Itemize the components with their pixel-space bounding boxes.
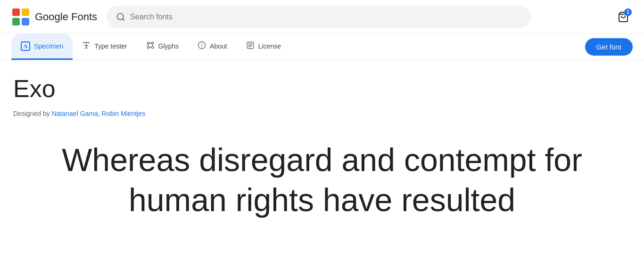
- designer-1-link[interactable]: Natanael Gama: [52, 110, 98, 117]
- glyphs-tab-label: Glyphs: [158, 42, 179, 50]
- header-right: 1: [614, 8, 633, 26]
- tab-license[interactable]: License: [237, 34, 290, 60]
- svg-rect-0: [12, 8, 20, 16]
- svg-rect-1: [22, 8, 29, 16]
- search-bar: [107, 6, 531, 28]
- font-preview: Whereas disregard and contempt for human…: [13, 140, 631, 220]
- cart-button[interactable]: 1: [614, 8, 633, 26]
- tab-type-tester[interactable]: Type tester: [73, 34, 136, 60]
- tab-about[interactable]: About: [188, 34, 237, 60]
- google-fonts-logo-icon: [11, 8, 30, 26]
- main-content: Exo Designed by Natanael Gama, Robin Mie…: [0, 60, 644, 220]
- designed-by: Designed by Natanael Gama, Robin Mientje…: [13, 110, 631, 117]
- nav-tabs: A Specimen Type tester: [11, 34, 290, 60]
- glyphs-icon: [146, 41, 155, 51]
- tab-glyphs[interactable]: Glyphs: [137, 34, 189, 60]
- designer-2-link[interactable]: Robin Mientjes: [102, 110, 146, 117]
- cart-badge: 1: [624, 8, 632, 16]
- designed-by-label: Designed by: [13, 110, 50, 117]
- logo-link[interactable]: Google Fonts: [11, 8, 97, 26]
- get-font-button[interactable]: Get font: [585, 38, 633, 56]
- svg-rect-3: [22, 18, 29, 25]
- type-tester-tab-label: Type tester: [94, 42, 127, 50]
- license-icon: [246, 41, 255, 51]
- nav-bar: A Specimen Type tester: [0, 34, 644, 60]
- search-input[interactable]: [130, 13, 521, 21]
- logo-text: Google Fonts: [35, 11, 97, 23]
- about-tab-label: About: [210, 42, 227, 50]
- svg-rect-2: [12, 18, 20, 25]
- specimen-icon: A: [21, 41, 30, 51]
- font-name: Exo: [13, 75, 631, 102]
- about-icon: [198, 41, 206, 51]
- license-tab-label: License: [258, 42, 281, 50]
- svg-line-5: [123, 18, 124, 20]
- header: Google Fonts 1: [0, 0, 644, 34]
- search-icon: [116, 12, 125, 22]
- specimen-tab-label: Specimen: [34, 42, 63, 50]
- type-tester-icon: [82, 41, 91, 51]
- tab-specimen[interactable]: A Specimen: [11, 34, 73, 60]
